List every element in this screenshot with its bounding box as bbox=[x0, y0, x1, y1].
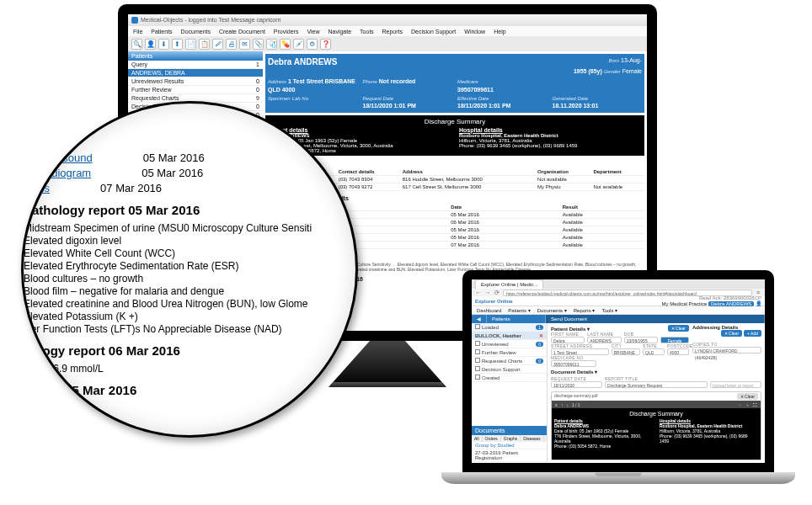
browser-tab[interactable]: Explorer Online | Medic... bbox=[475, 279, 543, 289]
street-field[interactable]: 1 Test Street bbox=[551, 348, 609, 355]
doc-details-title[interactable]: Document Details ▾ bbox=[551, 369, 597, 375]
browser-chrome: Explorer Online | Medic... ← → ⟳ https:/… bbox=[472, 279, 765, 296]
app-header: Explorer Online Read Ack: 28369900028CP … bbox=[472, 296, 765, 306]
first-name-field[interactable]: Debra bbox=[551, 337, 585, 343]
result-row[interactable]: trocardiogram05 Mar 2016 bbox=[24, 167, 358, 179]
app-menu-item[interactable]: Dashboard bbox=[477, 308, 501, 313]
patients-row[interactable]: Unreviewed Results0 bbox=[128, 77, 263, 86]
report-heading: Pathology report 05 Mar 2016 bbox=[24, 203, 358, 217]
doc-tab[interactable]: Orders bbox=[483, 435, 501, 442]
addressing-line[interactable]: LYNDEN CRAWFORD (4649242B) bbox=[692, 347, 761, 354]
menu-reports[interactable]: Reports bbox=[382, 29, 403, 35]
section-send-doc: Send Document bbox=[546, 315, 765, 323]
toolbar-icon[interactable]: 📄 bbox=[185, 39, 196, 50]
app-menu-item[interactable]: Documents ▾ bbox=[537, 307, 567, 313]
reload-icon[interactable]: ⟳ bbox=[494, 290, 500, 296]
doc-tab[interactable]: Diseases bbox=[521, 435, 544, 442]
group-by[interactable]: Group by Studied bbox=[472, 442, 547, 449]
menu-create-document[interactable]: Create Document bbox=[219, 29, 265, 35]
pdf-tool-icon[interactable]: ⛶ bbox=[753, 402, 757, 407]
menu-help[interactable]: Help bbox=[494, 29, 505, 35]
menu-navigate[interactable]: Navigate bbox=[328, 29, 351, 35]
user-icon[interactable]: 👤 bbox=[756, 301, 761, 306]
upload-hint[interactable]: Upload letter or report bbox=[710, 381, 761, 388]
magnifier-lens: All Disease Grou... Sort nal ultrasound0… bbox=[21, 101, 358, 438]
toolbar-icon[interactable]: 💊 bbox=[280, 39, 291, 50]
city-field[interactable]: BRISBANE bbox=[612, 348, 640, 355]
clear-button[interactable]: ✕ Clear bbox=[668, 325, 689, 332]
dob-field[interactable]: 13/08/1955 bbox=[624, 337, 658, 343]
toolbar-icon[interactable]: 🖨 bbox=[226, 39, 237, 50]
pdf-tool-icon[interactable]: ↓ bbox=[566, 402, 569, 407]
doc-tab[interactable]: Graphs bbox=[501, 435, 521, 442]
menu-window[interactable]: Window bbox=[464, 29, 485, 35]
laptop-sidebar: Loaded1 BULLOCK, Heather✕ Unreviewed0 Fu… bbox=[472, 323, 548, 462]
pdf-tool-icon[interactable]: ≡ bbox=[555, 402, 558, 407]
toolbar-icon[interactable]: 📎 bbox=[253, 39, 264, 50]
report-title-field[interactable]: Discharge Summary Request bbox=[605, 381, 708, 388]
monitor-stand bbox=[329, 341, 446, 387]
sidebar-item[interactable]: Unreviewed0 bbox=[472, 340, 547, 348]
request-date-field[interactable]: 18/11/2020 bbox=[551, 381, 602, 388]
back-button[interactable]: ◀ bbox=[472, 315, 487, 323]
addr-clear[interactable]: ✕ Clear bbox=[721, 330, 742, 337]
sidebar-item[interactable]: Created bbox=[472, 374, 547, 382]
last-name-field[interactable]: ANDREWS bbox=[587, 337, 621, 343]
toolbar-icon[interactable]: ⚙ bbox=[307, 39, 318, 50]
menu-file[interactable]: File bbox=[133, 29, 142, 35]
toolbar-icon[interactable]: ✉ bbox=[239, 39, 250, 50]
menu-decision-support[interactable]: Decision Support bbox=[411, 29, 456, 35]
pdf-tool-icon[interactable]: － bbox=[738, 402, 742, 407]
menu-view[interactable]: View bbox=[307, 29, 319, 35]
sidebar-item[interactable]: Decision Support bbox=[472, 365, 547, 374]
pdf-tool-icon[interactable]: ↑ bbox=[561, 402, 564, 407]
result-row[interactable]: nal ultrasound05 Mar 2016 bbox=[24, 152, 358, 164]
state-field[interactable]: QLD bbox=[643, 348, 665, 355]
app-menu-item[interactable]: Patients ▾ bbox=[508, 307, 530, 313]
toolbar-icon[interactable]: 🩺 bbox=[266, 39, 277, 50]
medicare-field[interactable]: 39507099611 bbox=[551, 360, 596, 367]
patients-row[interactable]: Query1 bbox=[128, 61, 263, 69]
toolbar-icon[interactable]: ❓ bbox=[320, 39, 331, 50]
menu-providers[interactable]: Providers bbox=[274, 29, 299, 35]
toolbar-icon[interactable]: ⬆ bbox=[172, 39, 183, 50]
patient-chip[interactable]: Debra ANDREWS bbox=[708, 301, 754, 306]
sidebar-item[interactable]: Further Review bbox=[472, 348, 547, 357]
menu-documents[interactable]: Documents bbox=[181, 29, 211, 35]
pdf-clear[interactable]: ✕ Clear bbox=[737, 393, 758, 400]
sidebar-item[interactable]: Loaded1 bbox=[472, 323, 547, 332]
sidebar-item[interactable]: Requested Charts0 bbox=[472, 357, 547, 365]
pdf-filename: discharge summary.pdf bbox=[554, 393, 598, 400]
section-patients: Patients bbox=[487, 315, 546, 323]
sidebar-patient-row[interactable]: BULLOCK, Heather✕ bbox=[472, 332, 547, 340]
toolbar: 🔍 👤 ⬇ ⬆ 📄 📋 🖉 🖨 ✉ 📎 🩺 💊 💉 ⚙ ❓ bbox=[128, 36, 647, 51]
sex-field[interactable]: Female bbox=[660, 337, 689, 343]
patients-row-selected[interactable]: ANDREWS, DEBRA bbox=[128, 69, 263, 77]
toolbar-icon[interactable]: 💉 bbox=[293, 39, 304, 50]
report-heading: hology report 06 Mar 2016 bbox=[24, 343, 358, 358]
toolbar-icon[interactable]: 👤 bbox=[145, 39, 156, 50]
toolbar-icon[interactable]: 📋 bbox=[199, 39, 210, 50]
toolbar-icon[interactable]: 🔍 bbox=[131, 39, 142, 50]
menu-patients[interactable]: Patients bbox=[151, 29, 172, 35]
forward-icon[interactable]: → bbox=[484, 290, 491, 296]
patient-card: Debra ANDREWS Born 13-Aug- 1955 (65y) Ge… bbox=[265, 54, 644, 113]
toolbar-icon[interactable]: 🖉 bbox=[212, 39, 223, 50]
back-icon[interactable]: ← bbox=[475, 290, 482, 296]
toolbar-icon[interactable]: ⬇ bbox=[158, 39, 169, 50]
menu-bar: File Patients Documents Create Document … bbox=[128, 26, 647, 36]
menu-tools[interactable]: Tools bbox=[360, 29, 373, 35]
blue-section-bar: ◀ Patients Send Document bbox=[472, 315, 765, 323]
app-menu-item[interactable]: Tools ▾ bbox=[601, 307, 617, 313]
post-field[interactable]: 4000 bbox=[667, 348, 689, 355]
pdf-tool-icon[interactable]: ＋ bbox=[745, 402, 750, 407]
document-row[interactable]: 27-03-2019 Patient Registration bbox=[472, 449, 547, 462]
addr-add[interactable]: + Add bbox=[744, 330, 761, 337]
pdf-preview: Discharge Summary Patient details Debra … bbox=[552, 408, 761, 460]
doc-tab[interactable]: All bbox=[472, 435, 483, 442]
result-row[interactable]: loods07 Mar 2016 bbox=[24, 182, 358, 194]
app-menu-item[interactable]: Reports ▾ bbox=[574, 307, 596, 313]
patients-row[interactable]: Further Review0 bbox=[128, 86, 263, 94]
footer-actions: Clear Send bbox=[472, 462, 765, 463]
patient-details-title[interactable]: Patient Details ▾ bbox=[551, 326, 590, 332]
